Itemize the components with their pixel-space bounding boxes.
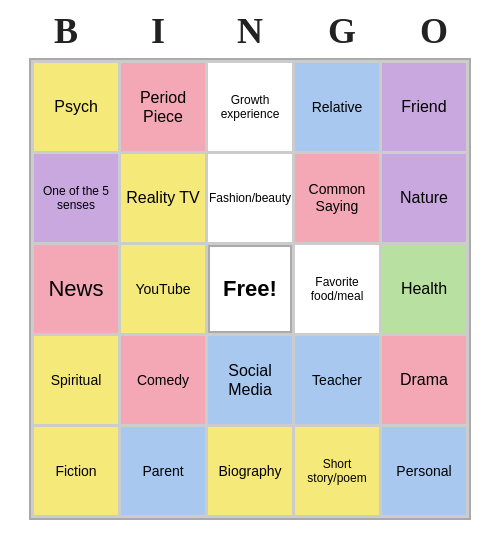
- cell-text-0: Psych: [54, 97, 98, 116]
- cell-text-19: Drama: [400, 370, 448, 389]
- bingo-cell-18: Teacher: [295, 336, 379, 424]
- cell-text-13: Favorite food/meal: [299, 275, 375, 304]
- cell-text-16: Comedy: [137, 372, 189, 389]
- bingo-cell-7: Fashion/beauty: [208, 154, 292, 242]
- bingo-grid: PsychPeriod PieceGrowth experienceRelati…: [29, 58, 471, 520]
- cell-text-5: One of the 5 senses: [38, 184, 114, 213]
- bingo-letter-n: N: [208, 10, 292, 52]
- cell-text-7: Fashion/beauty: [209, 191, 291, 205]
- bingo-header: BINGO: [20, 10, 480, 52]
- bingo-cell-21: Parent: [121, 427, 205, 515]
- bingo-cell-15: Spiritual: [34, 336, 118, 424]
- cell-text-3: Relative: [312, 99, 363, 116]
- cell-text-17: Social Media: [212, 361, 288, 399]
- bingo-cell-0: Psych: [34, 63, 118, 151]
- bingo-cell-20: Fiction: [34, 427, 118, 515]
- bingo-cell-14: Health: [382, 245, 466, 333]
- bingo-cell-10: News: [34, 245, 118, 333]
- cell-text-18: Teacher: [312, 372, 362, 389]
- cell-text-23: Short story/poem: [299, 457, 375, 486]
- bingo-cell-19: Drama: [382, 336, 466, 424]
- bingo-cell-6: Reality TV: [121, 154, 205, 242]
- bingo-cell-16: Comedy: [121, 336, 205, 424]
- bingo-cell-4: Friend: [382, 63, 466, 151]
- bingo-cell-3: Relative: [295, 63, 379, 151]
- cell-text-8: Common Saying: [299, 181, 375, 215]
- bingo-cell-13: Favorite food/meal: [295, 245, 379, 333]
- cell-text-20: Fiction: [55, 463, 96, 480]
- cell-text-1: Period Piece: [125, 88, 201, 126]
- bingo-cell-2: Growth experience: [208, 63, 292, 151]
- bingo-cell-5: One of the 5 senses: [34, 154, 118, 242]
- bingo-letter-i: I: [116, 10, 200, 52]
- bingo-letter-o: O: [392, 10, 476, 52]
- cell-text-11: YouTube: [135, 281, 190, 298]
- bingo-cell-17: Social Media: [208, 336, 292, 424]
- bingo-cell-11: YouTube: [121, 245, 205, 333]
- cell-text-10: News: [48, 276, 103, 302]
- cell-text-14: Health: [401, 279, 447, 298]
- bingo-cell-1: Period Piece: [121, 63, 205, 151]
- bingo-cell-24: Personal: [382, 427, 466, 515]
- cell-text-4: Friend: [401, 97, 446, 116]
- cell-text-15: Spiritual: [51, 372, 102, 389]
- cell-text-9: Nature: [400, 188, 448, 207]
- bingo-cell-9: Nature: [382, 154, 466, 242]
- cell-text-21: Parent: [142, 463, 183, 480]
- cell-text-2: Growth experience: [212, 93, 288, 122]
- cell-text-22: Biography: [218, 463, 281, 480]
- bingo-letter-b: B: [24, 10, 108, 52]
- bingo-letter-g: G: [300, 10, 384, 52]
- bingo-cell-23: Short story/poem: [295, 427, 379, 515]
- cell-text-12: Free!: [223, 276, 277, 302]
- bingo-cell-22: Biography: [208, 427, 292, 515]
- cell-text-24: Personal: [396, 463, 451, 480]
- bingo-cell-12: Free!: [208, 245, 292, 333]
- cell-text-6: Reality TV: [126, 188, 200, 207]
- bingo-cell-8: Common Saying: [295, 154, 379, 242]
